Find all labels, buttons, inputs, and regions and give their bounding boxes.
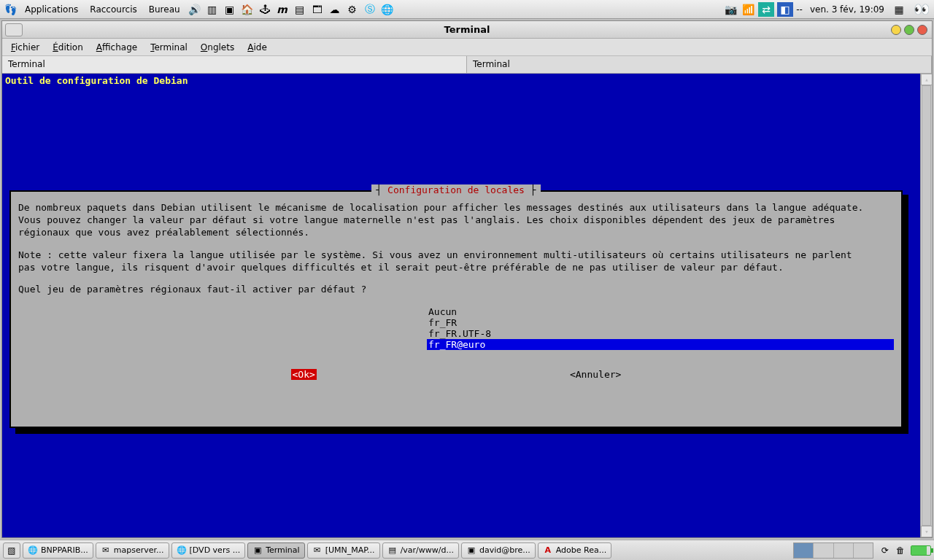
m-icon[interactable]: m bbox=[275, 2, 290, 17]
show-desktop-button[interactable]: ▧ bbox=[3, 542, 20, 559]
menu-aide[interactable]: Aide bbox=[242, 41, 273, 54]
task-david[interactable]: ▣david@bre... bbox=[461, 542, 536, 559]
menubar: Fichier Édition Affichage Terminal Ongle… bbox=[2, 39, 932, 56]
mail-icon: ✉ bbox=[101, 545, 111, 556]
terminal-launcher-icon[interactable]: ▣ bbox=[223, 2, 237, 17]
panel-left: 👣 Applications Raccourcis Bureau 🔊 ▥ ▣ 🏠… bbox=[3, 2, 395, 17]
menu-affichage[interactable]: Affichage bbox=[90, 41, 143, 54]
window-controls bbox=[891, 25, 932, 35]
cancel-button[interactable]: <Annuler> bbox=[570, 369, 621, 380]
clock[interactable]: ven. 3 fév, 19:09 bbox=[806, 4, 889, 15]
top-panel: 👣 Applications Raccourcis Bureau 🔊 ▥ ▣ 🏠… bbox=[0, 0, 934, 19]
clock-separator: -- bbox=[796, 4, 803, 15]
applications-menu[interactable]: Applications bbox=[20, 3, 82, 16]
trash-icon[interactable]: 🗑 bbox=[894, 544, 907, 557]
debconf-header: Outil de configuration de Debian bbox=[5, 75, 929, 86]
terminal-icon: ▣ bbox=[466, 545, 476, 556]
tray-square-icon[interactable]: ▦ bbox=[892, 2, 906, 17]
scroll-up-icon[interactable]: ▴ bbox=[921, 74, 932, 85]
minimize-button[interactable] bbox=[891, 25, 901, 35]
bottom-panel: ▧ 🌐BNPPARIB... ✉mapserver... 🌐[DVD vers … bbox=[0, 540, 934, 560]
raccourcis-menu[interactable]: Raccourcis bbox=[85, 3, 141, 16]
launcher-icon[interactable]: ▥ bbox=[205, 2, 220, 17]
menu-edition[interactable]: Édition bbox=[47, 41, 89, 54]
task-adobe[interactable]: AAdobe Rea... bbox=[538, 542, 611, 559]
mail-icon: ✉ bbox=[312, 545, 323, 556]
dialog-title: Configuration de locales bbox=[371, 184, 540, 195]
gear-icon[interactable]: ⚙ bbox=[345, 2, 360, 17]
tray-icon-blue[interactable]: ◧ bbox=[777, 2, 793, 17]
task-umn-map[interactable]: ✉[UMN_MAP... bbox=[307, 542, 380, 559]
menu-terminal[interactable]: Terminal bbox=[144, 41, 193, 54]
adobe-icon: A bbox=[543, 545, 553, 556]
scroll-down-icon[interactable]: ▾ bbox=[921, 526, 932, 537]
volume-icon[interactable]: 🔊 bbox=[188, 2, 202, 17]
clipboard-icon[interactable]: ▤ bbox=[293, 2, 307, 17]
opt-fr-fr[interactable]: fr_FR bbox=[427, 317, 894, 328]
skype-icon[interactable]: Ⓢ bbox=[363, 2, 377, 17]
workspace-4[interactable] bbox=[854, 543, 873, 558]
dialog-buttons: <Ok> <Annuler> bbox=[18, 369, 894, 380]
task-varwww[interactable]: ▤/var/www/d... bbox=[382, 542, 459, 559]
terminal-icon: ▣ bbox=[252, 545, 263, 556]
window-menu-button[interactable] bbox=[5, 23, 23, 36]
ok-button[interactable]: <Ok> bbox=[291, 369, 317, 380]
gnome-foot-icon[interactable]: 👣 bbox=[3, 2, 18, 17]
cloud-icon[interactable]: ☁ bbox=[328, 2, 342, 17]
file-icon: ▤ bbox=[387, 545, 398, 556]
terminal-window: Terminal Fichier Édition Affichage Termi… bbox=[1, 20, 933, 538]
opt-aucun[interactable]: Aucun bbox=[427, 306, 894, 317]
locale-options: Aucun fr_FR fr_FR.UTF-8 fr_FR@euro bbox=[427, 306, 894, 350]
workspace-3[interactable] bbox=[834, 543, 854, 558]
titlebar[interactable]: Terminal bbox=[2, 21, 932, 39]
terminal-scrollbar[interactable]: ▴ ▾ bbox=[920, 74, 932, 537]
panel-right: 📷 📶 ⇄ ◧ -- ven. 3 fév, 19:09 ▦ 👀 bbox=[723, 1, 931, 17]
terminal-body[interactable]: Outil de configuration de Debian Configu… bbox=[2, 74, 932, 537]
window-title: Terminal bbox=[2, 24, 932, 35]
dialog-para1: De nombreux paquets dans Debian utilisen… bbox=[18, 202, 894, 239]
bureau-menu[interactable]: Bureau bbox=[144, 3, 185, 16]
camera-icon[interactable]: 📷 bbox=[723, 2, 738, 17]
opt-fr-fr-utf8[interactable]: fr_FR.UTF-8 bbox=[427, 328, 894, 339]
menu-onglets[interactable]: Onglets bbox=[195, 41, 240, 54]
globe-icon[interactable]: 🌐 bbox=[380, 2, 395, 17]
dialog-title-row: Configuration de locales bbox=[11, 184, 901, 195]
maximize-button[interactable] bbox=[904, 25, 914, 35]
workspace-2[interactable] bbox=[814, 543, 833, 558]
app-icon-1[interactable]: 🗔 bbox=[310, 2, 325, 17]
scroll-thumb[interactable] bbox=[922, 85, 931, 526]
home-icon-tray[interactable]: 🏠 bbox=[240, 2, 255, 17]
task-dvd[interactable]: 🌐[DVD vers ... bbox=[171, 542, 246, 559]
system-tray: ⟳ 🗑 bbox=[879, 544, 907, 557]
xeyes-icon: 👀 bbox=[909, 1, 931, 17]
tab-terminal-2[interactable]: Terminal bbox=[467, 56, 932, 73]
tab-terminal-1[interactable]: Terminal bbox=[2, 56, 467, 73]
battery-icon[interactable] bbox=[911, 545, 931, 556]
workspace-1[interactable] bbox=[794, 543, 814, 558]
network-icon[interactable]: 📶 bbox=[741, 2, 755, 17]
battery-fill bbox=[911, 546, 927, 555]
dialog-para2: Note : cette valeur fixera la langue uti… bbox=[18, 249, 894, 274]
tray-updates-icon[interactable]: ⟳ bbox=[879, 544, 892, 557]
task-terminal[interactable]: ▣Terminal bbox=[247, 542, 305, 559]
globe-icon: 🌐 bbox=[177, 545, 187, 556]
task-mapserver[interactable]: ✉mapserver... bbox=[96, 542, 169, 559]
menu-fichier[interactable]: Fichier bbox=[5, 41, 45, 54]
workspace-switcher[interactable] bbox=[793, 542, 873, 559]
joystick-icon[interactable]: 🕹 bbox=[258, 2, 272, 17]
task-bnpparib[interactable]: 🌐BNPPARIB... bbox=[23, 542, 93, 559]
dialog-question: Quel jeu de paramètres régionaux faut-il… bbox=[18, 284, 894, 296]
tray-icon-green[interactable]: ⇄ bbox=[758, 2, 774, 17]
opt-fr-fr-euro[interactable]: fr_FR@euro bbox=[427, 339, 894, 350]
globe-icon: 🌐 bbox=[28, 545, 38, 556]
tabbar: Terminal Terminal bbox=[2, 56, 932, 74]
locales-dialog: Configuration de locales De nombreux paq… bbox=[9, 190, 903, 428]
close-button[interactable] bbox=[917, 25, 927, 35]
